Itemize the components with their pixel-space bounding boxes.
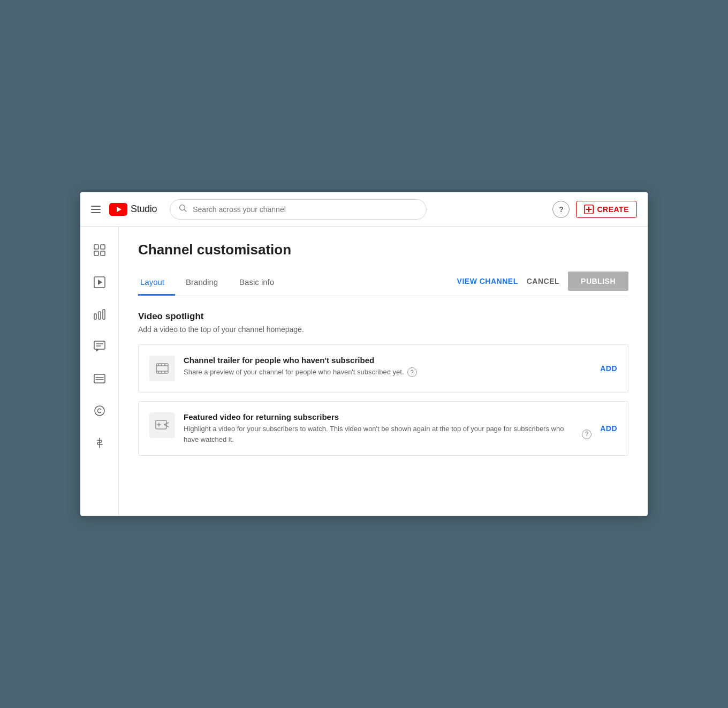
trailer-card-desc: Share a preview of your channel for peop…: [184, 367, 592, 378]
svg-rect-7: [94, 245, 98, 249]
featured-video-card: Featured video for returning subscribers…: [138, 401, 628, 456]
content-area: Channel customisation Layout Branding Ba…: [80, 227, 648, 516]
featured-card-body: Featured video for returning subscribers…: [184, 412, 592, 445]
search-input[interactable]: [193, 205, 418, 214]
youtube-logo-icon: [109, 203, 127, 216]
trailer-info-icon[interactable]: ?: [407, 367, 417, 377]
header-right: ? CREATE: [552, 201, 637, 218]
sidebar-item-comments[interactable]: [85, 332, 115, 361]
create-icon: [584, 205, 594, 214]
publish-button[interactable]: PUBLISH: [568, 272, 628, 291]
create-label: CREATE: [597, 205, 629, 214]
app-window: Studio ? CREATE: [80, 192, 648, 516]
film-strip-icon: [155, 361, 170, 376]
svg-rect-20: [94, 374, 105, 383]
tab-branding[interactable]: Branding: [184, 271, 229, 296]
featured-add-button[interactable]: ADD: [600, 424, 617, 433]
sidebar-item-subtitles[interactable]: [85, 364, 115, 394]
header: Studio ? CREATE: [80, 192, 648, 227]
page-title: Channel customisation: [138, 242, 628, 258]
main-content: Channel customisation Layout Branding Ba…: [119, 227, 648, 516]
trailer-icon-wrap: [149, 356, 175, 381]
video-plus-icon: [155, 418, 170, 433]
create-button[interactable]: CREATE: [576, 201, 637, 218]
trailer-add-button[interactable]: ADD: [600, 364, 617, 373]
help-button[interactable]: ?: [552, 201, 570, 218]
tab-basic-info[interactable]: Basic info: [237, 271, 285, 296]
cancel-button[interactable]: CANCEL: [527, 277, 559, 285]
sidebar-item-copyright[interactable]: [85, 396, 115, 426]
featured-info-icon[interactable]: ?: [582, 430, 592, 439]
featured-card-desc: Highlight a video for your subscribers t…: [184, 424, 592, 445]
svg-rect-10: [101, 251, 105, 255]
sidebar-item-monetisation[interactable]: [85, 428, 115, 458]
menu-icon[interactable]: [91, 206, 101, 213]
svg-marker-12: [98, 280, 102, 285]
sidebar-item-content[interactable]: [85, 267, 115, 297]
tabs-actions: VIEW CHANNEL CANCEL PUBLISH: [457, 272, 628, 295]
svg-rect-14: [98, 312, 101, 319]
featured-icon-wrap: [149, 412, 175, 438]
svg-rect-13: [94, 314, 96, 319]
section-title: Video spotlight: [138, 311, 628, 322]
channel-trailer-card: Channel trailer for people who haven't s…: [138, 344, 628, 393]
tabs-list: Layout Branding Basic info: [138, 271, 457, 296]
svg-marker-19: [96, 349, 99, 352]
svg-rect-8: [101, 245, 105, 249]
svg-rect-9: [94, 251, 98, 255]
studio-label: Studio: [131, 204, 157, 215]
svg-rect-16: [94, 341, 105, 349]
tabs-row: Layout Branding Basic info VIEW CHANNEL …: [138, 271, 628, 296]
sidebar: [80, 227, 119, 516]
trailer-card-title: Channel trailer for people who haven't s…: [184, 356, 592, 365]
logo[interactable]: Studio: [109, 203, 157, 216]
search-bar: [170, 199, 427, 220]
sidebar-item-analytics[interactable]: [85, 299, 115, 329]
svg-point-23: [95, 406, 104, 416]
svg-line-3: [185, 209, 187, 212]
trailer-card-body: Channel trailer for people who haven't s…: [184, 356, 592, 378]
section-description: Add a video to the top of your channel h…: [138, 325, 628, 334]
featured-card-title: Featured video for returning subscribers: [184, 412, 592, 421]
sidebar-item-dashboard[interactable]: [85, 235, 115, 265]
video-spotlight-section: Video spotlight Add a video to the top o…: [138, 311, 628, 456]
tab-layout[interactable]: Layout: [138, 271, 175, 296]
search-icon: [179, 204, 187, 215]
help-icon: ?: [559, 205, 564, 214]
svg-rect-15: [103, 310, 105, 319]
view-channel-button[interactable]: VIEW CHANNEL: [457, 277, 518, 285]
